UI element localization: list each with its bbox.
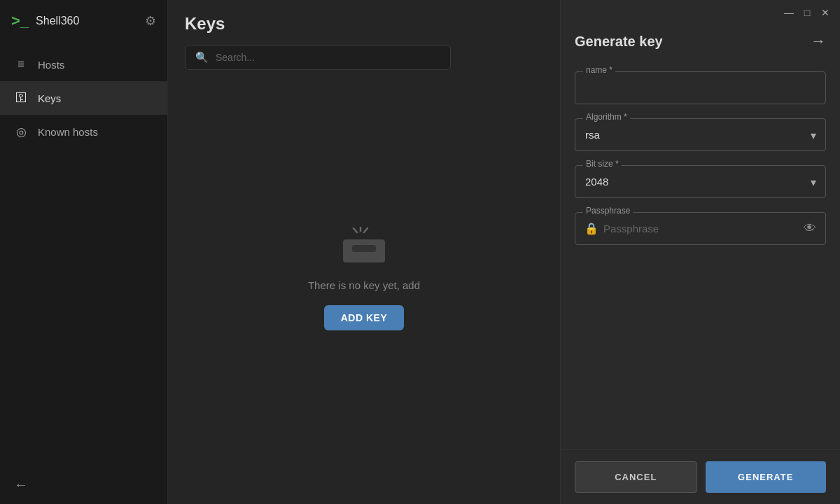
panel-body: name * Algorithm * rsa ed25519 ecdsa ▾ B… [561, 64, 840, 449]
generate-button[interactable]: GENERATE [706, 461, 827, 493]
empty-text: There is no key yet, add [308, 279, 420, 291]
cancel-button[interactable]: CANCEL [575, 461, 697, 493]
name-label: name * [583, 65, 615, 75]
main-header: Keys 🔍 [168, 0, 560, 81]
back-button[interactable]: ← [14, 477, 28, 493]
keys-icon: ⚿ [14, 91, 28, 105]
search-input[interactable] [216, 52, 440, 63]
sidebar-header: >_ Shell360 ⚙ [0, 0, 167, 42]
page-title: Keys [185, 14, 543, 34]
search-bar: 🔍 [185, 45, 451, 70]
panel-forward-icon[interactable]: → [811, 32, 826, 50]
sidebar-logo: >_ Shell360 [11, 12, 79, 30]
algorithm-field: Algorithm * rsa ed25519 ecdsa ▾ [575, 118, 826, 151]
panel-titlebar: — □ ✕ [561, 0, 840, 25]
eye-icon[interactable]: 👁 [804, 221, 816, 236]
sidebar-item-hosts[interactable]: ≡ Hosts [0, 48, 167, 81]
sidebar-item-keys[interactable]: ⚿ Keys [0, 81, 167, 115]
svg-line-0 [354, 228, 357, 232]
lock-icon: 🔒 [584, 222, 598, 235]
keys-label: Keys [38, 92, 61, 104]
empty-state: There is no key yet, add ADD KEY [168, 81, 560, 504]
sidebar: >_ Shell360 ⚙ ≡ Hosts ⚿ Keys ◎ Known hos… [0, 0, 168, 504]
known-hosts-label: Known hosts [38, 126, 98, 138]
passphrase-label: Passphrase [583, 206, 633, 216]
sidebar-item-known-hosts[interactable]: ◎ Known hosts [0, 115, 167, 149]
svg-rect-4 [352, 245, 376, 252]
panel-header: Generate key → [561, 25, 840, 64]
main-content: Keys 🔍 There is no key yet, add ADD KEY [168, 0, 560, 504]
bit-size-select[interactable]: 1024 2048 4096 [575, 165, 826, 198]
hosts-label: Hosts [38, 59, 64, 71]
algorithm-select-wrapper: rsa ed25519 ecdsa ▾ [575, 118, 826, 151]
name-input[interactable] [575, 71, 826, 104]
hosts-icon: ≡ [14, 57, 28, 71]
empty-tray-icon [340, 227, 388, 265]
search-icon: 🔍 [195, 51, 209, 64]
minimize-button[interactable]: — [783, 6, 795, 19]
passphrase-input[interactable] [575, 212, 826, 245]
settings-icon[interactable]: ⚙ [145, 13, 156, 29]
name-field: name * [575, 71, 826, 104]
sidebar-nav: ≡ Hosts ⚿ Keys ◎ Known hosts [0, 42, 167, 465]
passphrase-wrapper: 🔒 👁 [575, 212, 826, 245]
known-hosts-icon: ◎ [14, 125, 28, 139]
bit-size-field: Bit size * 1024 2048 4096 ▾ [575, 165, 826, 198]
panel-footer: CANCEL GENERATE [561, 449, 840, 504]
right-panel: — □ ✕ Generate key → name * Algorithm * … [560, 0, 840, 504]
panel-title: Generate key [575, 34, 663, 50]
logo-icon: >_ [11, 12, 29, 30]
algorithm-select[interactable]: rsa ed25519 ecdsa [575, 118, 826, 151]
app-name: Shell360 [36, 15, 79, 27]
add-key-button[interactable]: ADD KEY [324, 305, 405, 330]
close-button[interactable]: ✕ [819, 6, 832, 19]
bit-size-label: Bit size * [583, 159, 622, 169]
bit-size-select-wrapper: 1024 2048 4096 ▾ [575, 165, 826, 198]
passphrase-field: Passphrase 🔒 👁 [575, 212, 826, 245]
algorithm-label: Algorithm * [583, 112, 630, 122]
svg-line-2 [364, 228, 368, 232]
sidebar-footer: ← [0, 465, 167, 504]
maximize-button[interactable]: □ [801, 6, 813, 19]
